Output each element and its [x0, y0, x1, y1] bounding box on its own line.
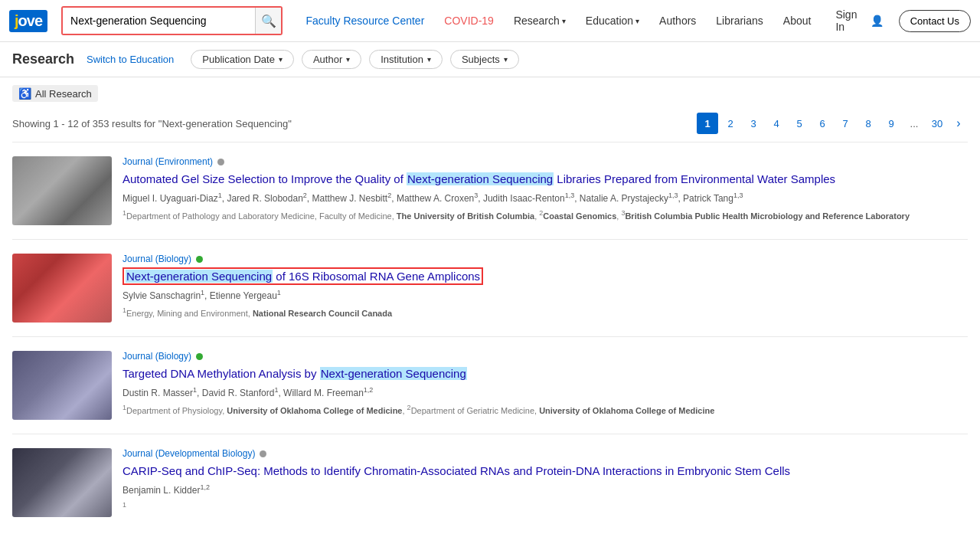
pagination-dots: ... — [903, 113, 925, 134]
nav-covid[interactable]: COVID-19 — [435, 10, 503, 31]
top-nav: jove 🔍 Faculty Resource Center COVID-19 … — [0, 0, 980, 42]
journal-dot — [217, 159, 224, 165]
journal-label[interactable]: Journal (Biology) — [122, 351, 191, 362]
highlight-text: Next-generation Sequencing — [126, 270, 273, 283]
active-filters-row: ♿ All Research — [0, 77, 980, 110]
result-affiliations: 1Energy, Mining and Environment, Nationa… — [122, 306, 968, 319]
page-6[interactable]: 6 — [812, 113, 833, 134]
thumbnail-image — [12, 448, 112, 517]
journal-dot — [196, 256, 203, 263]
result-content: Journal (Developmental Biology) CARIP-Se… — [122, 448, 968, 517]
nav-about[interactable]: About — [774, 10, 821, 31]
filter-bar: Research Switch to Education Publication… — [0, 42, 980, 77]
page-3[interactable]: 3 — [743, 113, 764, 134]
author-caret: ▾ — [346, 55, 350, 64]
page-2[interactable]: 2 — [720, 113, 741, 134]
journal-dot — [260, 450, 266, 457]
result-content: Journal (Biology) Targeted DNA Methylati… — [122, 351, 968, 420]
thumbnail-image — [12, 254, 112, 323]
table-row: Journal (Biology) Next-generation Sequen… — [12, 239, 968, 336]
page-30[interactable]: 30 — [926, 113, 948, 134]
filter-subjects[interactable]: Subjects ▾ — [450, 50, 519, 69]
results-count: Showing 1 - 12 of 353 results for "Next-… — [12, 118, 292, 129]
filter-institution[interactable]: Institution ▾ — [369, 50, 443, 69]
result-authors: Benjamin L. Kidder1,2 — [122, 483, 968, 497]
nav-education[interactable]: Education ▾ — [577, 10, 648, 31]
result-thumbnail — [12, 254, 112, 323]
page-9[interactable]: 9 — [880, 113, 902, 134]
page-7[interactable]: 7 — [835, 113, 856, 134]
result-title[interactable]: Automated Gel Size Selection to Improve … — [122, 171, 968, 187]
contact-us-button[interactable]: Contact Us — [899, 10, 971, 32]
page-4[interactable]: 4 — [766, 113, 787, 134]
page-1[interactable]: 1 — [697, 113, 718, 134]
all-research-filter-tag[interactable]: ♿ All Research — [12, 85, 98, 102]
journal-tag: Journal (Environment) — [122, 156, 968, 167]
journal-dot — [196, 353, 203, 360]
publication-date-caret: ▾ — [279, 55, 283, 64]
results-list: Journal (Environment) Automated Gel Size… — [0, 142, 980, 531]
sign-in-link[interactable]: Sign In 👤 — [826, 4, 892, 38]
result-title[interactable]: Targeted DNA Methylation Analysis by Nex… — [122, 365, 968, 382]
nav-librarians[interactable]: Librarians — [707, 10, 772, 31]
results-header: Showing 1 - 12 of 353 results for "Next-… — [0, 110, 980, 142]
result-thumbnail — [12, 156, 112, 225]
remove-filter-icon: ♿ — [18, 87, 31, 100]
switch-to-education[interactable]: Switch to Education — [87, 54, 174, 65]
highlight-text: Next-generation Sequencing — [320, 367, 467, 380]
institution-caret: ▾ — [427, 55, 431, 64]
search-button[interactable]: 🔍 — [255, 8, 282, 34]
table-row: Journal (Biology) Targeted DNA Methylati… — [12, 336, 968, 434]
result-affiliations: 1Department of Physiology, University of… — [122, 403, 968, 417]
subjects-caret: ▾ — [504, 55, 508, 64]
table-row: Journal (Developmental Biology) CARIP-Se… — [12, 434, 968, 531]
filter-publication-date[interactable]: Publication Date ▾ — [191, 50, 294, 69]
thumbnail-image — [12, 156, 112, 225]
page-8[interactable]: 8 — [858, 113, 879, 134]
pagination-next[interactable]: › — [949, 113, 968, 134]
sign-in-icon: 👤 — [871, 15, 884, 27]
highlight-text: Next-generation Sequencing — [407, 172, 554, 185]
result-content: Journal (Biology) Next-generation Sequen… — [122, 254, 968, 323]
logo-text: jove — [9, 10, 47, 32]
result-authors: Dustin R. Masser1, David R. Stanford1, W… — [122, 385, 968, 400]
pagination: 1 2 3 4 5 6 7 8 9 ... 30 › — [697, 113, 968, 134]
result-content: Journal (Environment) Automated Gel Size… — [122, 156, 968, 225]
research-caret: ▾ — [562, 17, 566, 25]
result-thumbnail — [12, 351, 112, 420]
search-container: 🔍 — [61, 6, 283, 35]
result-affiliations: 1Department of Pathology and Laboratory … — [122, 208, 968, 222]
boxed-title: Next-generation Sequencing of 16S Riboso… — [122, 267, 483, 285]
nav-faculty-resource[interactable]: Faculty Resource Center — [296, 10, 433, 31]
journal-tag: Journal (Biology) — [122, 351, 968, 362]
education-caret: ▾ — [635, 17, 639, 25]
page-5[interactable]: 5 — [789, 113, 810, 134]
result-thumbnail — [12, 448, 112, 517]
filter-author[interactable]: Author ▾ — [302, 50, 361, 69]
section-title: Research — [12, 51, 74, 67]
journal-label[interactable]: Journal (Environment) — [122, 156, 213, 167]
journal-label[interactable]: Journal (Biology) — [122, 254, 191, 264]
search-input[interactable] — [63, 8, 255, 34]
journal-label[interactable]: Journal (Developmental Biology) — [122, 448, 255, 459]
nav-research[interactable]: Research ▾ — [505, 10, 575, 31]
table-row: Journal (Environment) Automated Gel Size… — [12, 142, 968, 239]
result-title[interactable]: CARIP-Seq and ChIP-Seq: Methods to Ident… — [122, 463, 968, 479]
journal-tag: Journal (Developmental Biology) — [122, 448, 968, 459]
result-authors: Sylvie Sanschagrin1, Etienne Yergeau1 — [122, 288, 968, 303]
nav-links: Faculty Resource Center COVID-19 Researc… — [296, 10, 820, 31]
thumbnail-image — [12, 351, 112, 420]
result-title[interactable]: Next-generation Sequencing of 16S Riboso… — [122, 268, 483, 284]
journal-tag: Journal (Biology) — [122, 254, 968, 264]
nav-authors[interactable]: Authors — [650, 10, 705, 31]
logo[interactable]: jove — [9, 10, 47, 32]
result-affiliations: 1 — [122, 500, 968, 514]
result-authors: Miguel I. Uyaguari-Diaz1, Jared R. Slobo… — [122, 191, 968, 205]
